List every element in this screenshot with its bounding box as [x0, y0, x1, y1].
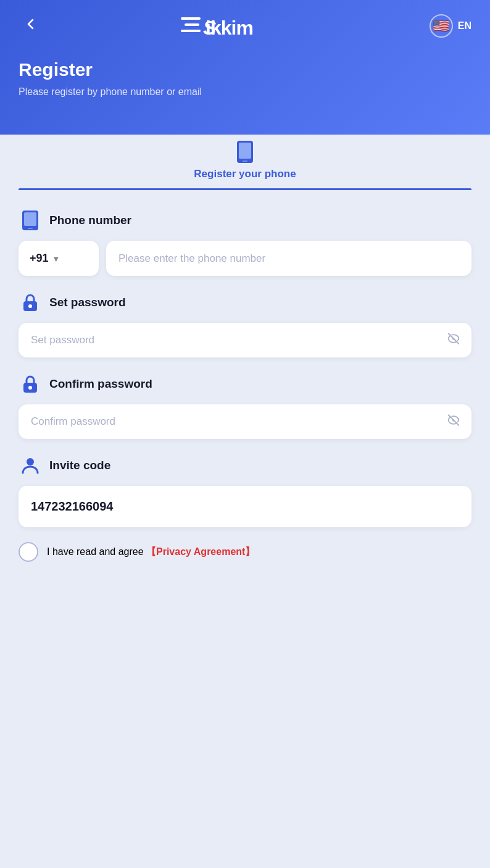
svg-text:S: S: [203, 17, 217, 39]
phone-field-icon: [19, 209, 42, 232]
invite-code-section: Invite code: [19, 454, 471, 527]
logo-svg: ikkim S: [181, 12, 292, 40]
svg-rect-6: [239, 143, 251, 159]
chevron-down-icon: ▾: [54, 254, 58, 264]
svg-rect-2: [181, 30, 201, 32]
phone-section: Phone number +91 ▾: [19, 209, 471, 276]
svg-rect-9: [24, 212, 36, 226]
password-input-wrapper: [19, 323, 471, 357]
page-title: Register: [19, 59, 471, 80]
password-label-row: Set password: [19, 291, 471, 314]
confirm-password-label-row: Confirm password: [19, 372, 471, 396]
svg-rect-1: [185, 23, 199, 26]
tab-phone-label: Register your phone: [194, 168, 296, 180]
tab-bar: Register your phone: [19, 128, 471, 190]
svg-point-12: [28, 304, 32, 308]
confirm-password-input-wrapper: [19, 404, 471, 439]
invite-field-icon: [19, 454, 42, 477]
back-button[interactable]: [19, 14, 43, 38]
language-button[interactable]: 🇺🇸 EN: [430, 14, 471, 38]
svg-point-15: [27, 458, 34, 465]
confirm-password-eye-icon[interactable]: [447, 414, 460, 430]
svg-rect-7: [243, 161, 247, 162]
agreement-checkbox[interactable]: [19, 542, 38, 562]
country-code-button[interactable]: +91 ▾: [19, 241, 99, 276]
privacy-link[interactable]: 【Privacy Agreement】: [146, 546, 255, 557]
phone-input-row: +91 ▾: [19, 241, 471, 276]
tabs-container: Register your phone: [0, 128, 490, 190]
nav-bar: ikkim S 🇺🇸 EN: [19, 12, 471, 40]
lang-code-label: EN: [458, 20, 471, 31]
logo: ikkim S: [181, 12, 292, 40]
phone-field-label: Phone number: [49, 214, 131, 227]
invite-code-input[interactable]: [19, 486, 471, 527]
lock-field-icon: [19, 291, 42, 314]
confirm-password-section: Confirm password: [19, 372, 471, 439]
svg-rect-0: [181, 17, 201, 20]
country-code-value: +91: [30, 252, 49, 265]
svg-point-14: [28, 386, 32, 390]
page-subtitle: Please register by phone number or email: [19, 86, 471, 98]
password-eye-icon[interactable]: [447, 332, 460, 349]
header: ikkim S 🇺🇸 EN Register Please register b…: [0, 0, 490, 135]
invite-code-field-label: Invite code: [49, 459, 110, 472]
phone-tab-icon: [231, 141, 259, 163]
phone-input[interactable]: [106, 241, 471, 276]
password-input[interactable]: [19, 323, 471, 357]
form-container: Phone number +91 ▾ Set password: [0, 190, 490, 599]
flag-icon: 🇺🇸: [430, 14, 453, 38]
confirm-password-field-label: Confirm password: [49, 377, 152, 391]
password-field-label: Set password: [49, 296, 126, 309]
invite-code-label-row: Invite code: [19, 454, 471, 477]
password-section: Set password: [19, 291, 471, 357]
phone-label-row: Phone number: [19, 209, 471, 232]
confirm-password-input[interactable]: [19, 404, 471, 439]
agreement-row: I have read and agree 【Privacy Agreement…: [19, 542, 471, 580]
svg-rect-10: [28, 228, 33, 229]
lock2-field-icon: [19, 372, 42, 396]
agreement-text: I have read and agree 【Privacy Agreement…: [47, 546, 255, 559]
tab-phone[interactable]: Register your phone: [19, 128, 471, 189]
